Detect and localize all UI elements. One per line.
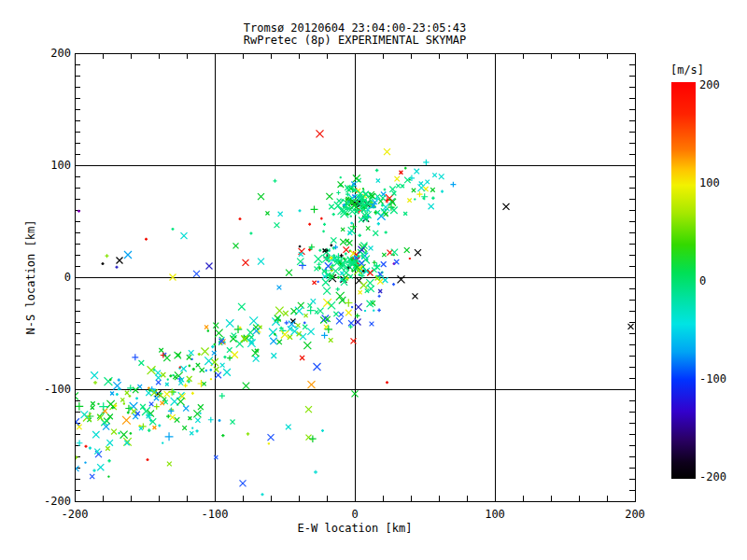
scatter-point — [180, 366, 186, 371]
scatter-point — [76, 402, 84, 411]
scatter-point — [394, 259, 399, 264]
scatter-point — [106, 446, 110, 451]
scatter-point — [90, 474, 94, 479]
scatter-point — [227, 356, 233, 361]
scatter-point — [430, 188, 435, 192]
scatter-point — [297, 259, 303, 265]
scatter-point — [130, 432, 133, 435]
scatter-point — [340, 272, 344, 275]
scatter-point — [132, 354, 138, 360]
scatter-point — [240, 480, 247, 486]
scatter-point — [191, 392, 194, 395]
scatter-point — [247, 432, 250, 436]
scatter-point — [89, 446, 92, 449]
scatter-point — [189, 365, 191, 368]
x-tick-label: -200 — [62, 509, 89, 520]
scatter-point — [249, 316, 258, 325]
scatter-point — [331, 237, 336, 243]
scatter-point — [199, 413, 201, 414]
scatter-point — [277, 286, 282, 290]
scatter-point — [332, 213, 335, 216]
scatter-point — [127, 385, 134, 391]
scatter-point — [362, 188, 364, 189]
scatter-point — [120, 431, 128, 439]
scatter-point — [111, 429, 117, 435]
scatter-point — [239, 217, 242, 220]
scatter-point — [80, 411, 88, 418]
scatter-point — [374, 196, 380, 202]
scatter-point — [303, 342, 311, 349]
scatter-point — [243, 383, 249, 389]
scatter-point — [403, 212, 407, 216]
scatter-point — [305, 406, 312, 413]
scatter-point — [277, 340, 282, 344]
scatter-point — [204, 325, 208, 329]
colorbar-tick-label: 100 — [699, 177, 720, 189]
scatter-point — [195, 429, 198, 432]
scatter-point — [381, 261, 387, 267]
scatter-point — [118, 432, 120, 434]
scatter-point — [189, 416, 192, 420]
scatter-point — [286, 425, 291, 430]
scatter-point — [425, 180, 429, 184]
scatter-point — [300, 356, 304, 360]
scatter-point — [375, 194, 380, 199]
scatter-point — [388, 199, 396, 206]
scatter-point — [113, 382, 120, 389]
scatter-point — [345, 310, 352, 316]
scatter-point — [231, 420, 235, 425]
y-tick-label: -200 — [34, 496, 71, 507]
y-tick-label: -100 — [34, 384, 71, 395]
scatter-point — [386, 381, 388, 384]
scatter-point — [271, 353, 276, 358]
scatter-point — [161, 372, 165, 377]
scatter-point — [167, 378, 169, 380]
scatter-point — [124, 251, 132, 259]
scatter-point — [158, 424, 161, 427]
scatter-point — [214, 343, 217, 346]
scatter-point — [329, 338, 333, 343]
scatter-point — [432, 173, 436, 176]
scatter-point — [161, 401, 164, 405]
scatter-point — [139, 427, 143, 430]
scatter-point — [97, 464, 104, 470]
scatter-point — [321, 429, 324, 432]
scatter-point — [355, 314, 359, 318]
y-tick-label: 0 — [34, 272, 71, 283]
scatter-point — [396, 184, 400, 188]
scatter-point — [91, 371, 98, 379]
scatter-point — [290, 308, 297, 315]
x-tick-label: 200 — [625, 509, 645, 520]
scatter-point — [190, 431, 193, 435]
scatter-point — [285, 321, 289, 325]
scatter-point — [128, 395, 131, 398]
scatter-point — [91, 406, 94, 410]
scatter-point — [373, 260, 376, 264]
scatter-point — [91, 401, 94, 405]
scatter-point — [385, 231, 388, 233]
scatter-point — [318, 249, 321, 252]
x-tick-label: 0 — [351, 509, 358, 520]
scatter-point — [407, 199, 411, 203]
scatter-point — [247, 340, 255, 347]
scatter-point — [336, 292, 345, 301]
scatter-point — [369, 245, 374, 250]
scatter-point — [123, 402, 125, 404]
scatter-point — [49, 439, 56, 445]
scatter-point — [137, 385, 142, 389]
scatter-point — [206, 263, 213, 270]
scatter-point — [106, 254, 109, 258]
scatter-point — [317, 281, 319, 283]
scatter-point — [333, 312, 338, 316]
scatter-point — [226, 319, 233, 327]
scatter-point — [345, 252, 347, 255]
scatter-point — [265, 211, 269, 215]
scatter-point — [307, 329, 314, 335]
scatter-point — [147, 413, 151, 418]
scatter-point — [351, 338, 357, 343]
scatter-point — [233, 243, 239, 248]
y-tick-label: 100 — [34, 160, 71, 171]
scatter-point — [220, 363, 225, 368]
scatter-point — [106, 400, 114, 408]
scatter-point — [249, 232, 252, 235]
